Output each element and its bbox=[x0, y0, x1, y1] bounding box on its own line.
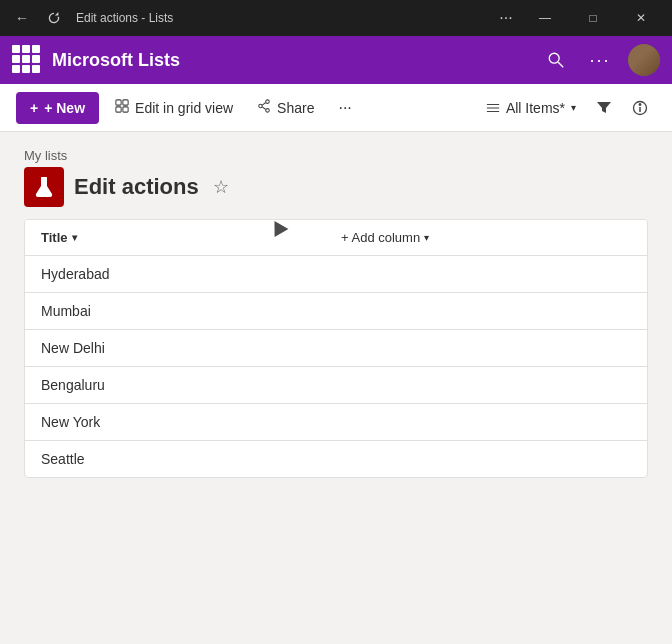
svg-line-9 bbox=[262, 103, 266, 106]
breadcrumb: My lists bbox=[24, 148, 648, 163]
row-extra bbox=[325, 293, 647, 330]
app-name: Microsoft Lists bbox=[52, 50, 180, 71]
row-extra bbox=[325, 367, 647, 404]
share-label: Share bbox=[277, 100, 314, 116]
app-header-left: Microsoft Lists bbox=[12, 45, 180, 75]
table-row[interactable]: Bengaluru bbox=[25, 367, 647, 404]
chevron-down-icon: ▾ bbox=[571, 102, 576, 113]
list-table-body: Hyderabad Mumbai New Delhi Bengaluru New… bbox=[25, 256, 647, 478]
share-button[interactable]: Share bbox=[249, 92, 322, 124]
new-label: + New bbox=[44, 100, 85, 116]
title-column-header[interactable]: Title ▾ bbox=[25, 220, 325, 256]
app-grid-icon[interactable] bbox=[12, 45, 42, 75]
command-bar: + + New Edit in grid view Share ··· bbox=[0, 84, 672, 132]
row-extra bbox=[325, 404, 647, 441]
more-button[interactable]: ··· bbox=[492, 4, 520, 32]
row-title: Mumbai bbox=[25, 293, 325, 330]
svg-point-16 bbox=[639, 103, 641, 105]
plus-icon: + bbox=[30, 100, 38, 116]
row-extra bbox=[325, 441, 647, 478]
svg-point-8 bbox=[266, 109, 270, 113]
list-icon bbox=[24, 167, 64, 207]
more-commands-button[interactable]: ··· bbox=[330, 92, 359, 124]
grid-icon bbox=[115, 99, 129, 116]
row-extra bbox=[325, 256, 647, 293]
row-extra bbox=[325, 330, 647, 367]
row-title: New Delhi bbox=[25, 330, 325, 367]
filter-button[interactable] bbox=[588, 92, 620, 124]
title-bar: ← Edit actions - Lists ··· — □ ✕ bbox=[0, 0, 672, 36]
favorite-star-icon[interactable]: ☆ bbox=[213, 176, 229, 198]
edit-in-grid-view-label: Edit in grid view bbox=[135, 100, 233, 116]
view-selector[interactable]: All Items* ▾ bbox=[478, 92, 584, 124]
close-button[interactable]: ✕ bbox=[618, 0, 664, 36]
add-column-label: + Add column bbox=[341, 230, 420, 245]
sort-icon: ▾ bbox=[72, 232, 77, 243]
svg-rect-4 bbox=[116, 107, 121, 112]
minimize-button[interactable]: — bbox=[522, 0, 568, 36]
table-row[interactable]: New Delhi bbox=[25, 330, 647, 367]
refresh-button[interactable] bbox=[40, 4, 68, 32]
list-table-container: Title ▾ + Add column ▾ Hyderabad bbox=[24, 219, 648, 478]
table-row[interactable]: New York bbox=[25, 404, 647, 441]
row-title: Hyderabad bbox=[25, 256, 325, 293]
page-title: Edit actions bbox=[74, 174, 199, 200]
share-icon bbox=[257, 99, 271, 116]
page-title-row: Edit actions ☆ bbox=[24, 167, 648, 207]
add-column-chevron-icon: ▾ bbox=[424, 232, 429, 243]
svg-rect-5 bbox=[123, 107, 128, 112]
breadcrumb-text: My lists bbox=[24, 148, 67, 163]
title-bar-left: ← Edit actions - Lists bbox=[8, 4, 173, 32]
app-header: Microsoft Lists ··· bbox=[0, 36, 672, 84]
avatar[interactable] bbox=[628, 44, 660, 76]
window-controls: ··· — □ ✕ bbox=[492, 0, 664, 36]
table-row[interactable]: Hyderabad bbox=[25, 256, 647, 293]
list-table: Title ▾ + Add column ▾ Hyderabad bbox=[25, 220, 647, 477]
svg-point-6 bbox=[266, 100, 270, 104]
maximize-button[interactable]: □ bbox=[570, 0, 616, 36]
svg-point-0 bbox=[549, 53, 559, 63]
search-icon[interactable] bbox=[540, 44, 572, 76]
svg-point-7 bbox=[259, 104, 263, 108]
row-title: New York bbox=[25, 404, 325, 441]
add-column-header[interactable]: + Add column ▾ bbox=[325, 220, 647, 256]
back-button[interactable]: ← bbox=[8, 4, 36, 32]
window-title: Edit actions - Lists bbox=[76, 11, 173, 25]
view-label: All Items* bbox=[506, 100, 565, 116]
table-row[interactable]: Mumbai bbox=[25, 293, 647, 330]
page-content: My lists Edit actions ☆ Title ▾ bbox=[0, 132, 672, 478]
svg-rect-3 bbox=[123, 100, 128, 105]
svg-rect-17 bbox=[41, 177, 47, 178]
more-options-icon[interactable]: ··· bbox=[584, 44, 616, 76]
cmd-right: All Items* ▾ bbox=[478, 92, 656, 124]
svg-line-1 bbox=[558, 62, 563, 67]
info-button[interactable] bbox=[624, 92, 656, 124]
table-header-row: Title ▾ + Add column ▾ bbox=[25, 220, 647, 256]
row-title: Seattle bbox=[25, 441, 325, 478]
edit-in-grid-view-button[interactable]: Edit in grid view bbox=[107, 92, 241, 124]
title-header-label: Title bbox=[41, 230, 68, 245]
svg-line-10 bbox=[262, 107, 266, 110]
app-header-right: ··· bbox=[540, 44, 660, 76]
svg-rect-2 bbox=[116, 100, 121, 105]
row-title: Bengaluru bbox=[25, 367, 325, 404]
nav-buttons: ← bbox=[8, 4, 68, 32]
new-button[interactable]: + + New bbox=[16, 92, 99, 124]
table-row[interactable]: Seattle bbox=[25, 441, 647, 478]
